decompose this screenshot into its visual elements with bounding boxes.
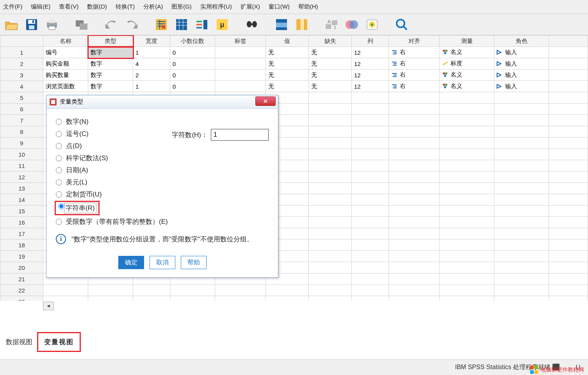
print-icon[interactable] [44, 16, 60, 33]
row-header[interactable]: 21 [0, 273, 43, 285]
row-header[interactable]: 20 [0, 262, 43, 273]
goto-variable-icon[interactable] [173, 16, 190, 33]
cell-role[interactable]: 输入 [494, 58, 549, 70]
find-icon[interactable] [244, 16, 260, 33]
cell-measure[interactable]: 名义 [440, 70, 494, 81]
insert-case-icon[interactable] [273, 16, 290, 33]
cell-name[interactable]: 购买数量 [43, 70, 88, 81]
menu-file[interactable]: 文件(F) [3, 3, 22, 11]
row-header[interactable]: 2 [0, 58, 43, 70]
cancel-button[interactable]: 取消 [150, 256, 175, 269]
cell-decimals[interactable]: 0 [170, 47, 215, 58]
cell-align[interactable]: 右 [389, 81, 440, 92]
row-header[interactable]: 11 [0, 160, 43, 171]
save-icon[interactable] [23, 16, 40, 33]
insert-variable-icon[interactable] [294, 16, 310, 33]
goto-case-icon[interactable] [153, 16, 169, 33]
row-header[interactable]: 16 [0, 217, 43, 228]
row-header[interactable]: 22 [0, 285, 43, 296]
col-header-missing[interactable]: 缺失 [309, 36, 352, 47]
help-button[interactable]: 帮助 [181, 256, 207, 269]
cell-columns[interactable]: 12 [352, 81, 389, 92]
radio-input[interactable] [56, 167, 62, 173]
row-header[interactable]: 1 [0, 47, 43, 58]
row-header[interactable]: 19 [0, 251, 43, 262]
cell-label[interactable] [215, 81, 266, 92]
cell-type[interactable]: 数字 [88, 70, 133, 81]
radio-option[interactable]: 点(D) [56, 141, 269, 150]
radio-option[interactable]: 字符串(R) [56, 202, 269, 214]
weight-cases-icon[interactable] [344, 16, 360, 33]
cell-width[interactable]: 2 [133, 70, 170, 81]
radio-option[interactable]: 数字(N) [56, 117, 269, 126]
cell-values[interactable]: 无 [266, 70, 309, 81]
cell-measure[interactable]: 标度 [440, 58, 494, 70]
cell-type[interactable]: 数字 [88, 81, 133, 92]
cell-values[interactable]: 无 [266, 47, 309, 58]
scroll-left-button[interactable]: ◄ [43, 302, 54, 310]
menu-analyze[interactable]: 分析(A) [143, 3, 163, 11]
cell-name[interactable]: 编号 [43, 47, 88, 58]
open-icon[interactable] [3, 16, 20, 33]
radio-input[interactable] [56, 131, 62, 137]
split-file-icon[interactable]: A1 [323, 16, 340, 33]
menu-data[interactable]: 数据(D) [87, 3, 107, 11]
cell-width[interactable]: 1 [133, 81, 170, 92]
menu-window[interactable]: 窗口(W) [269, 3, 290, 11]
cell-role[interactable]: 输入 [494, 70, 549, 81]
col-header-width[interactable]: 宽度 [133, 36, 170, 47]
tab-data-view[interactable]: 数据视图 [0, 333, 38, 351]
menu-edit[interactable]: 编辑(E) [31, 3, 50, 11]
menu-utilities[interactable]: 实用程序(U) [200, 3, 232, 11]
row-header[interactable]: 23 [0, 296, 43, 301]
row-header[interactable]: 17 [0, 228, 43, 239]
row-header[interactable]: 12 [0, 171, 43, 183]
cell-align[interactable]: 右 [389, 47, 440, 58]
row-header[interactable]: 18 [0, 239, 43, 251]
cell-columns[interactable]: 12 [352, 58, 389, 70]
tab-variable-view[interactable]: 变量视图 [38, 333, 80, 351]
radio-option[interactable]: 美元(L) [56, 178, 269, 187]
cell-decimals[interactable]: 0 [170, 81, 215, 92]
cell-missing[interactable]: 无 [309, 47, 352, 58]
menu-view[interactable]: 查看(V) [59, 3, 78, 11]
col-header-align[interactable]: 对齐 [389, 36, 440, 47]
radio-input[interactable] [56, 179, 62, 186]
col-header-name[interactable]: 名称 [43, 36, 88, 47]
select-cases-icon[interactable] [364, 16, 380, 33]
radio-option[interactable]: 定制货币(U) [56, 190, 269, 199]
cell-width[interactable]: 4 [133, 58, 170, 70]
recall-dialog-icon[interactable] [73, 16, 90, 33]
row-header[interactable]: 5 [0, 92, 43, 104]
row-header[interactable]: 3 [0, 70, 43, 81]
col-header-decimals[interactable]: 小数位数 [170, 36, 215, 47]
radio-input[interactable] [56, 219, 62, 225]
cell-name[interactable]: 浏览页面数 [43, 81, 88, 92]
radio-option[interactable]: 日期(A) [56, 166, 269, 175]
variables-icon[interactable] [194, 16, 210, 33]
col-header-columns[interactable]: 列 [352, 36, 389, 47]
radio-input[interactable] [58, 203, 64, 209]
radio-input[interactable] [56, 191, 62, 198]
row-header[interactable]: 7 [0, 115, 43, 126]
cell-type[interactable]: 数字 [88, 58, 133, 70]
menu-extensions[interactable]: 扩展(X) [241, 3, 260, 11]
radio-input[interactable] [56, 143, 62, 149]
cell-measure[interactable]: 名义 [440, 81, 494, 92]
cell-align[interactable]: 右 [389, 58, 440, 70]
cell-label[interactable] [215, 47, 266, 58]
cell-decimals[interactable]: 0 [170, 58, 215, 70]
redo-icon[interactable] [123, 16, 140, 33]
cell-missing[interactable]: 无 [309, 58, 352, 70]
row-header[interactable]: 13 [0, 183, 43, 194]
ok-button[interactable]: 确定 [118, 256, 144, 269]
col-header-label[interactable]: 标签 [215, 36, 266, 47]
row-header[interactable]: 9 [0, 138, 43, 149]
row-header[interactable]: 4 [0, 81, 43, 92]
cell-missing[interactable]: 无 [309, 81, 352, 92]
cell-name[interactable]: 购买金额 [43, 58, 88, 70]
characters-input[interactable] [211, 129, 269, 141]
cell-missing[interactable]: 无 [309, 70, 352, 81]
radio-option[interactable]: 受限数字（带有前导零的整数）(E) [56, 217, 269, 226]
col-header-values[interactable]: 值 [266, 36, 309, 47]
